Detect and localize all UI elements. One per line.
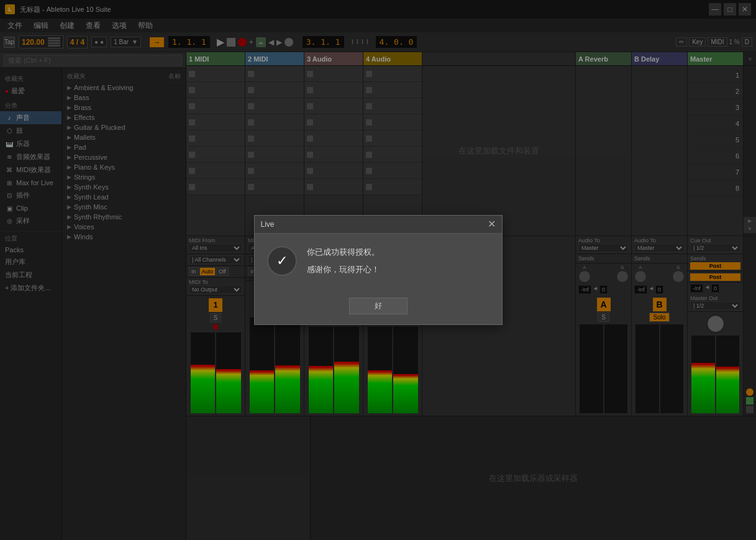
modal-line1: 你已成功获得授权。 xyxy=(307,246,490,259)
modal-header: Live ✕ xyxy=(255,216,502,234)
modal-title: Live xyxy=(261,220,275,229)
modal-body: ✓ 你已成功获得授权。 感谢你，玩得开心！ xyxy=(255,234,502,293)
modal-close-button[interactable]: ✕ xyxy=(488,219,496,229)
modal-footer: 好 xyxy=(255,293,502,324)
modal-ok-button[interactable]: 好 xyxy=(349,298,408,314)
modal-text-content: 你已成功获得授权。 感谢你，玩得开心！ xyxy=(307,246,490,280)
modal-line2: 感谢你，玩得开心！ xyxy=(307,263,490,276)
checkmark-icon: ✓ xyxy=(276,253,288,269)
authorization-dialog: Live ✕ ✓ 你已成功获得授权。 感谢你，玩得开心！ 好 xyxy=(254,215,503,325)
modal-check-circle: ✓ xyxy=(267,246,297,276)
modal-overlay: Live ✕ ✓ 你已成功获得授权。 感谢你，玩得开心！ 好 xyxy=(0,0,756,540)
